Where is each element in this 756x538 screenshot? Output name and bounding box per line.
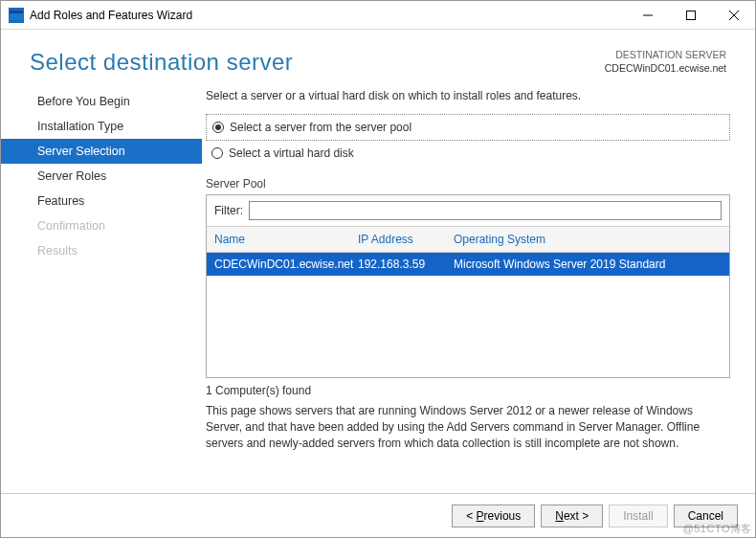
col-os[interactable]: Operating System <box>446 227 729 252</box>
cell-ip: 192.168.3.59 <box>350 253 446 276</box>
destination-value: CDECWinDC01.ecwise.net <box>605 62 726 76</box>
nav-confirmation: Confirmation <box>1 213 202 238</box>
filter-label: Filter: <box>214 204 243 217</box>
footer: < Previous Next > Install Cancel <box>1 493 755 537</box>
radio-vhd[interactable]: Select a virtual hard disk <box>211 145 724 162</box>
radio-server-pool[interactable]: Select a server from the server pool <box>212 119 723 136</box>
nav-results: Results <box>1 238 202 263</box>
footnote-text: This page shows servers that are running… <box>206 403 730 451</box>
cancel-button[interactable]: Cancel <box>674 504 738 527</box>
wizard-nav: Before You Begin Installation Type Serve… <box>1 85 202 493</box>
nav-server-selection[interactable]: Server Selection <box>1 139 202 164</box>
radio-icon <box>211 147 223 159</box>
radio-label: Select a virtual hard disk <box>229 146 354 160</box>
server-pool-label: Server Pool <box>206 177 730 191</box>
col-name[interactable]: Name <box>207 227 350 252</box>
computers-found: 1 Computer(s) found <box>206 384 730 397</box>
radio-icon <box>212 122 224 133</box>
table-header: Name IP Address Operating System <box>207 227 729 253</box>
svg-rect-1 <box>10 11 23 13</box>
app-icon <box>9 8 24 23</box>
maximize-button[interactable] <box>669 1 712 29</box>
col-ip[interactable]: IP Address <box>350 227 446 252</box>
radio-label: Select a server from the server pool <box>230 121 411 134</box>
minimize-button[interactable] <box>626 1 669 29</box>
nav-before-you-begin[interactable]: Before You Begin <box>1 89 202 114</box>
titlebar: Add Roles and Features Wizard <box>1 1 755 30</box>
nav-server-roles[interactable]: Server Roles <box>1 164 202 189</box>
cell-name: CDECWinDC01.ecwise.net <box>207 253 350 276</box>
page-title: Select destination server <box>30 49 605 76</box>
table-row[interactable]: CDECWinDC01.ecwise.net 192.168.3.59 Micr… <box>207 253 729 276</box>
window-title: Add Roles and Features Wizard <box>30 9 626 22</box>
server-pool-box: Filter: Name IP Address Operating System… <box>206 194 730 378</box>
nav-features[interactable]: Features <box>1 189 202 213</box>
svg-rect-3 <box>686 11 695 19</box>
previous-button[interactable]: < Previous <box>452 504 535 527</box>
next-button[interactable]: Next > <box>541 504 603 527</box>
install-button: Install <box>609 504 667 527</box>
filter-input[interactable] <box>249 201 722 220</box>
destination-info: DESTINATION SERVER CDECWinDC01.ecwise.ne… <box>605 49 726 75</box>
instruction-text: Select a server or a virtual hard disk o… <box>206 89 730 102</box>
destination-label: DESTINATION SERVER <box>605 49 726 62</box>
nav-installation-type[interactable]: Installation Type <box>1 114 202 139</box>
cell-os: Microsoft Windows Server 2019 Standard <box>446 253 729 276</box>
close-button[interactable] <box>712 1 755 29</box>
